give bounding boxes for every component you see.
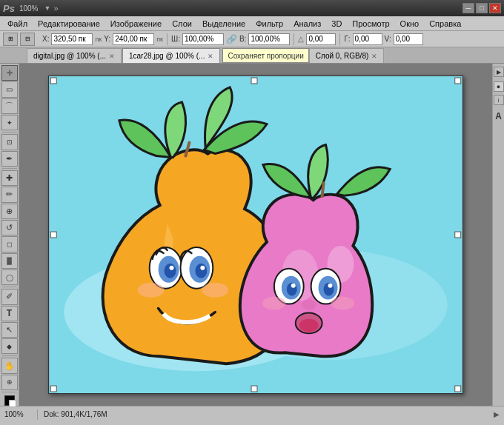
tool-brush[interactable]: ✏	[1, 187, 18, 202]
menu-analyze[interactable]: Анализ	[289, 19, 325, 29]
tab-1car28-close[interactable]: ✕	[208, 53, 213, 60]
tool2-btn1[interactable]: ⊞	[3, 33, 18, 46]
title-bar: Ps 100% ▼ » ─ □ ✕	[0, 0, 504, 16]
menu-window[interactable]: Окно	[396, 19, 424, 29]
tab-1car28-label: 1car28.jpg @ 100% (...	[129, 52, 205, 60]
svg-point-25	[262, 297, 286, 310]
tab-1car28[interactable]: 1car28.jpg @ 100% (... ✕	[122, 48, 220, 63]
close-button[interactable]: ✕	[489, 3, 501, 13]
menu-view[interactable]: Просмотр	[348, 19, 394, 29]
tab-digital[interactable]: digital.jpg @ 100% (... ✕	[27, 48, 122, 63]
menu-edit[interactable]: Редактирование	[33, 19, 105, 29]
main-area: ✛ ▭ ⌒ ✦ ⊡ ✒ ✚ ✏ ⊕ ↺ ◻ ▓ ◯ ✐ T ↖ ◆ ✋ ⊕	[0, 64, 504, 406]
tool-dodge[interactable]: ◯	[1, 270, 18, 285]
tool-move[interactable]: ✛	[1, 65, 18, 81]
tool-hand[interactable]: ✋	[1, 358, 18, 373]
menu-3d[interactable]: 3D	[327, 19, 346, 29]
y-field[interactable]: 240,00 пк	[113, 33, 154, 45]
tool-shape[interactable]: ◆	[1, 338, 18, 354]
svg-rect-34	[455, 232, 461, 238]
separator1	[167, 33, 168, 45]
tool2-btn2[interactable]: ⊟	[20, 33, 35, 46]
angle-field[interactable]: 0,00	[306, 33, 336, 45]
menu-filter[interactable]: Фильтр	[251, 19, 288, 29]
minimize-button[interactable]: ─	[462, 3, 474, 13]
tool-marquee[interactable]: ▭	[1, 81, 18, 97]
px-label-x: пк	[95, 36, 102, 43]
tool-history[interactable]: ↺	[1, 220, 18, 235]
title-dropdown-icon[interactable]: ▼	[44, 4, 50, 12]
svg-point-27	[302, 300, 316, 310]
svg-point-10	[170, 266, 174, 270]
svg-rect-35	[50, 386, 56, 392]
status-arrow[interactable]: ▶	[494, 410, 500, 418]
canvas-area[interactable]	[19, 64, 492, 406]
menu-file[interactable]: Файл	[3, 19, 32, 29]
tab-digital-close[interactable]: ✕	[109, 53, 115, 60]
lock-icon[interactable]: 🔗	[226, 34, 237, 44]
tool-text[interactable]: T	[1, 306, 18, 321]
right-text-a[interactable]: A	[495, 111, 502, 121]
toolbar2: ⊞ ⊟ X: 320,50 пк пк Y: 240,00 пк пк Ш: 1…	[0, 31, 504, 47]
h-label: В:	[239, 35, 246, 43]
angle-icon: △	[298, 35, 304, 43]
tab-digital-label: digital.jpg @ 100% (...	[33, 52, 106, 60]
extend-arrows[interactable]: »	[53, 4, 58, 13]
v-label: V:	[385, 35, 391, 43]
svg-rect-33	[50, 232, 56, 238]
tab-layer-label: Слой 0, RGB/8)	[316, 52, 369, 60]
status-separator	[37, 409, 38, 420]
svg-point-29	[299, 318, 319, 332]
x-label: X:	[42, 35, 49, 43]
svg-point-11	[200, 266, 205, 270]
w-field[interactable]: 100,00%	[182, 33, 224, 45]
svg-point-13	[202, 283, 228, 298]
foreground-color[interactable]	[4, 395, 15, 406]
tool-sep3	[2, 287, 17, 287]
tool-zoom[interactable]: ⊕	[1, 375, 18, 390]
h-field[interactable]: 100,00%	[248, 33, 290, 45]
menu-help[interactable]: Справка	[425, 19, 465, 29]
tool-path-select[interactable]: ↖	[1, 322, 18, 338]
svg-rect-37	[455, 386, 461, 392]
menu-layers[interactable]: Слои	[168, 19, 196, 29]
w-label: Ш:	[171, 35, 180, 43]
left-toolbar: ✛ ▭ ⌒ ✦ ⊡ ✒ ✚ ✏ ⊕ ↺ ◻ ▓ ◯ ✐ T ↖ ◆ ✋ ⊕	[0, 64, 19, 406]
tooltip-proportions: Сохраняет пропорции	[222, 48, 308, 63]
right-btn-2[interactable]: ●	[494, 81, 504, 92]
tool-crop[interactable]: ⊡	[1, 134, 18, 150]
status-zoom[interactable]: 100%	[4, 410, 31, 418]
tool-gradient[interactable]: ▓	[1, 253, 18, 269]
tool-eraser[interactable]: ◻	[1, 236, 18, 252]
separator3	[339, 33, 340, 45]
tool-sep4	[2, 355, 17, 356]
tool-clone[interactable]: ⊕	[1, 204, 18, 219]
maximize-button[interactable]: □	[476, 3, 488, 13]
px-label-y: пк	[156, 36, 163, 43]
tool-eyedropper[interactable]: ✒	[1, 151, 18, 167]
tool-sep1	[2, 132, 17, 133]
menu-bar: Файл Редактирование Изображение Слои Выд…	[0, 16, 504, 31]
tool-lasso[interactable]: ⌒	[1, 98, 18, 114]
tool-pen[interactable]: ✐	[1, 289, 18, 304]
tool-magic-wand[interactable]: ✦	[1, 115, 18, 130]
right-btn-3[interactable]: i	[494, 95, 504, 105]
tool-heal[interactable]: ✚	[1, 170, 18, 186]
svg-point-23	[291, 284, 296, 288]
menu-select[interactable]: Выделение	[198, 19, 250, 29]
separator2	[294, 33, 294, 45]
tab-layer-close[interactable]: ✕	[371, 53, 377, 60]
v-field[interactable]: 0,00	[394, 33, 423, 45]
gamma-field[interactable]: 0,00	[353, 33, 382, 45]
svg-rect-30	[50, 78, 56, 84]
x-field[interactable]: 320,50 пк	[51, 33, 93, 45]
menu-image[interactable]: Изображение	[106, 19, 166, 29]
svg-point-12	[138, 283, 165, 298]
canvas-image	[49, 76, 462, 393]
svg-rect-36	[251, 386, 257, 392]
right-btn-1[interactable]: ▶	[494, 67, 504, 77]
svg-point-26	[331, 297, 355, 310]
tab-layer[interactable]: Слой 0, RGB/8) ✕	[309, 48, 385, 63]
app-logo: Ps	[3, 3, 15, 14]
svg-point-8	[165, 264, 176, 278]
